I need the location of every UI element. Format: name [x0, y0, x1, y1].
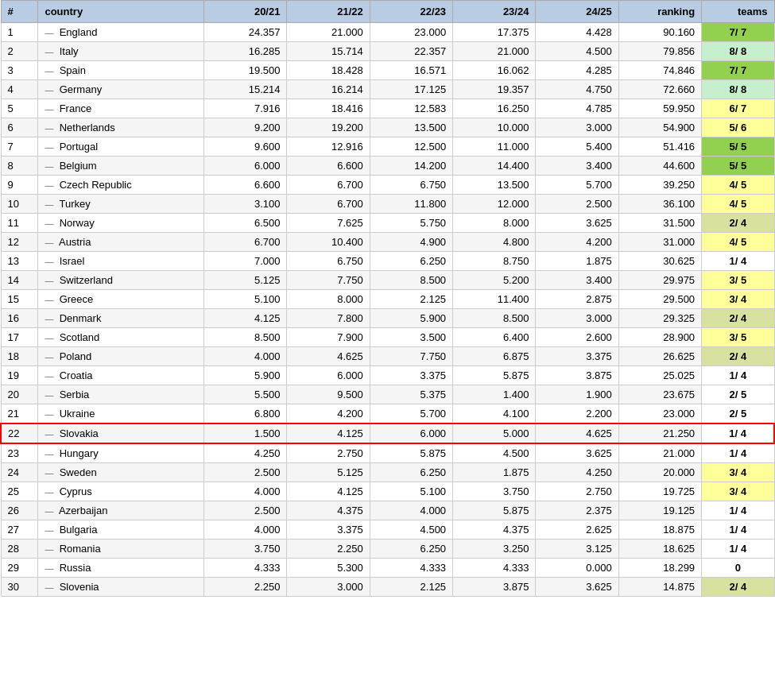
dash-icon: — — [45, 276, 53, 285]
country-cell: — Romania — [38, 540, 204, 559]
stat-2122-cell: 4.375 — [287, 501, 370, 520]
stat-2122-cell: 7.900 — [287, 328, 370, 347]
stat-2324-cell: 4.375 — [453, 520, 536, 540]
ranking-cell: 31.000 — [618, 233, 701, 252]
stat-2021-cell: 7.000 — [204, 252, 287, 271]
table-row: 16 — Denmark 4.125 7.800 5.900 8.500 3.0… — [1, 309, 774, 328]
stat-2324-cell: 14.400 — [453, 157, 536, 176]
stat-2223-cell: 5.750 — [370, 214, 452, 233]
stat-2425-cell: 4.200 — [536, 233, 618, 252]
ranking-cell: 59.950 — [618, 99, 701, 118]
country-cell: — Austria — [38, 233, 204, 252]
ranking-cell: 25.025 — [618, 366, 701, 385]
ranking-cell: 18.299 — [618, 559, 701, 578]
table-row: 6 — Netherlands 9.200 19.200 13.500 10.0… — [1, 118, 774, 137]
country-cell: — Cyprus — [38, 482, 204, 501]
stat-2425-cell: 1.875 — [536, 252, 618, 271]
stat-2021-cell: 4.000 — [204, 347, 287, 366]
stat-2223-cell: 5.375 — [370, 385, 452, 404]
stat-2324-cell: 12.000 — [453, 195, 536, 214]
rank-cell: 12 — [1, 233, 38, 252]
ranking-cell: 44.600 — [618, 157, 701, 176]
stat-2122-cell: 16.214 — [287, 80, 370, 99]
table-row: 28 — Romania 3.750 2.250 6.250 3.250 3.1… — [1, 540, 774, 559]
dash-icon: — — [45, 85, 53, 95]
stat-2425-cell: 2.875 — [536, 290, 618, 309]
stat-2324-cell: 5.000 — [453, 423, 536, 443]
country-cell: — Czech Republic — [38, 176, 204, 195]
teams-cell: 2/ 4 — [702, 347, 774, 366]
stat-2425-cell: 4.250 — [536, 463, 618, 482]
country-cell: — Poland — [38, 347, 204, 366]
ranking-cell: 39.250 — [618, 176, 701, 195]
stat-2324-cell: 5.875 — [453, 366, 536, 385]
table-row: 22 — Slovakia 1.500 4.125 6.000 5.000 4.… — [1, 423, 774, 443]
stat-2324-cell: 17.375 — [453, 23, 536, 42]
rank-cell: 6 — [1, 118, 38, 137]
stat-2324-cell: 1.875 — [453, 463, 536, 482]
table-row: 3 — Spain 19.500 18.428 16.571 16.062 4.… — [1, 61, 774, 80]
country-cell: — Greece — [38, 290, 204, 309]
country-cell: — Switzerland — [38, 271, 204, 290]
rank-cell: 9 — [1, 176, 38, 195]
stat-2122-cell: 4.625 — [287, 347, 370, 366]
dash-icon: — — [45, 142, 53, 152]
stat-2223-cell: 14.200 — [370, 157, 452, 176]
ranking-cell: 29.975 — [618, 271, 701, 290]
stat-2122-cell: 6.600 — [287, 157, 370, 176]
stat-2425-cell: 3.000 — [536, 118, 618, 137]
stat-2122-cell: 9.500 — [287, 385, 370, 404]
stat-2324-cell: 4.100 — [453, 404, 536, 424]
teams-cell: 8/ 8 — [702, 80, 774, 99]
table-row: 21 — Ukraine 6.800 4.200 5.700 4.100 2.2… — [1, 404, 774, 424]
stat-2122-cell: 19.200 — [287, 118, 370, 137]
stat-2122-cell: 18.416 — [287, 99, 370, 118]
dash-icon: — — [45, 409, 53, 419]
stat-2425-cell: 3.400 — [536, 157, 618, 176]
dash-icon: — — [45, 123, 53, 133]
stat-2223-cell: 23.000 — [370, 23, 452, 42]
stat-2425-cell: 4.785 — [536, 99, 618, 118]
stat-2425-cell: 2.375 — [536, 501, 618, 520]
dash-icon: — — [45, 66, 53, 75]
stat-2122-cell: 2.250 — [287, 540, 370, 559]
stat-2223-cell: 2.125 — [370, 290, 452, 309]
ranking-cell: 29.325 — [618, 309, 701, 328]
dash-icon: — — [45, 238, 53, 247]
teams-cell: 7/ 7 — [702, 61, 774, 80]
country-cell: — Slovakia — [38, 423, 204, 443]
rankings-table: # country 20/21 21/22 22/23 23/24 24/25 … — [0, 0, 775, 597]
rank-cell: 3 — [1, 61, 38, 80]
rank-cell: 20 — [1, 385, 38, 404]
rank-cell: 13 — [1, 252, 38, 271]
country-cell: — Bulgaria — [38, 520, 204, 540]
table-row: 13 — Israel 7.000 6.750 6.250 8.750 1.87… — [1, 252, 774, 271]
ranking-cell: 31.500 — [618, 214, 701, 233]
stat-2324-cell: 8.750 — [453, 252, 536, 271]
ranking-cell: 18.875 — [618, 520, 701, 540]
dash-icon: — — [45, 468, 53, 478]
rank-cell: 16 — [1, 309, 38, 328]
dash-icon: — — [45, 449, 53, 458]
country-cell: — Norway — [38, 214, 204, 233]
stat-2223-cell: 12.500 — [370, 137, 452, 157]
stat-2223-cell: 6.750 — [370, 176, 452, 195]
teams-cell: 1/ 4 — [702, 252, 774, 271]
stat-2324-cell: 4.333 — [453, 559, 536, 578]
dash-icon: — — [45, 352, 53, 362]
rank-cell: 21 — [1, 404, 38, 424]
teams-cell: 1/ 4 — [702, 540, 774, 559]
stat-2324-cell: 5.875 — [453, 501, 536, 520]
table-row: 7 — Portugal 9.600 12.916 12.500 11.000 … — [1, 137, 774, 157]
country-cell: — Turkey — [38, 195, 204, 214]
teams-cell: 1/ 4 — [702, 443, 774, 463]
teams-cell: 2/ 4 — [702, 578, 774, 597]
stat-2425-cell: 2.500 — [536, 195, 618, 214]
stat-2223-cell: 6.250 — [370, 252, 452, 271]
ranking-cell: 36.100 — [618, 195, 701, 214]
country-cell: — England — [38, 23, 204, 42]
stat-2122-cell: 4.125 — [287, 423, 370, 443]
stat-2021-cell: 3.100 — [204, 195, 287, 214]
stat-2425-cell: 4.500 — [536, 42, 618, 61]
stat-2223-cell: 4.000 — [370, 501, 452, 520]
